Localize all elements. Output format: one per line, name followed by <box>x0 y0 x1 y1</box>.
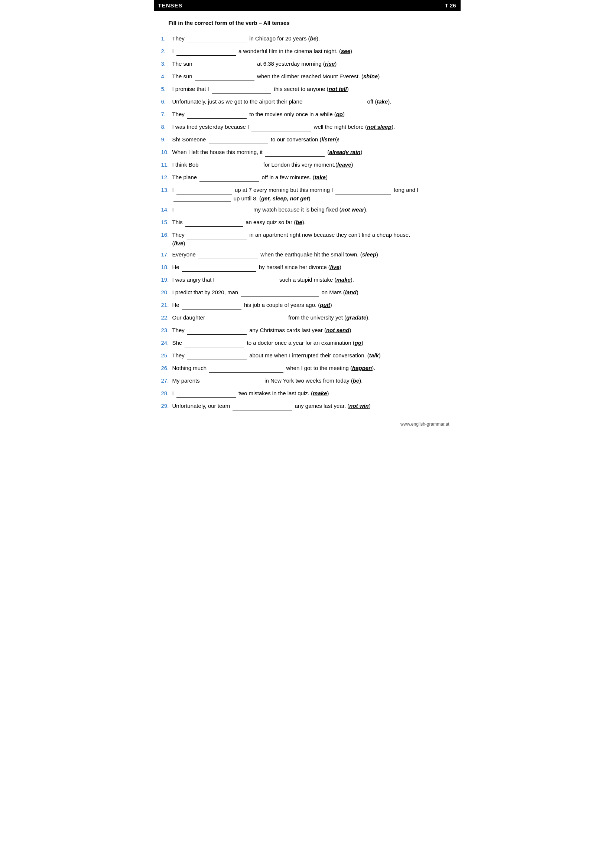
blank-10 <box>265 151 325 157</box>
blank-24 <box>185 342 244 347</box>
list-item: 20. I predict that by 2020, man on Mars … <box>161 288 449 297</box>
subtitle: Fill in the correct form of the verb – A… <box>154 20 460 26</box>
blank-27 <box>202 380 262 385</box>
blank-14 <box>176 209 251 214</box>
blank-29 <box>233 405 292 411</box>
blank-18 <box>182 266 256 272</box>
list-item: 19. I was angry that I such a stupid mis… <box>161 275 449 284</box>
list-item: 28. I two mistakes in the last quiz. (ma… <box>161 389 449 398</box>
header-title: TENSES <box>158 2 183 9</box>
list-item: 7. They to the movies only once in a whi… <box>161 110 449 119</box>
blank-13b <box>336 189 391 194</box>
blank-2 <box>176 50 236 56</box>
list-item: 6. Unfortunately, just as we got to the … <box>161 97 449 106</box>
list-item: 29. Unfortunately, our team any games la… <box>161 401 449 411</box>
list-item: 11. I think Bob for London this very mom… <box>161 160 449 169</box>
list-item: 16. They in an apartment right now becau… <box>161 231 449 246</box>
blank-15 <box>185 221 243 227</box>
blank-3 <box>195 63 255 68</box>
list-item: 15. This an easy quiz so far (be). <box>161 218 449 227</box>
blank-26 <box>209 367 283 373</box>
blank-12 <box>199 176 259 182</box>
blank-4 <box>195 75 255 81</box>
blank-13a <box>176 189 232 194</box>
blank-16 <box>187 234 247 239</box>
blank-13c <box>174 196 231 202</box>
blank-7 <box>187 113 247 119</box>
list-item: 4. The sun when the climber reached Moun… <box>161 72 449 81</box>
blank-20 <box>241 291 319 297</box>
header-page: T 26 <box>445 2 456 9</box>
list-item: 21. He his job a couple of years ago. (q… <box>161 301 449 310</box>
list-item: 14. I my watch because it is being fixed… <box>161 205 449 214</box>
list-item: 9. Sh! Someone to our conversation (list… <box>161 135 449 144</box>
list-item: 1. They in Chicago for 20 years (be). <box>161 34 449 43</box>
blank-19 <box>217 279 277 284</box>
list-item: 26. Nothing much when I got to the meeti… <box>161 364 449 373</box>
list-item: 5. I promise that I this secret to anyon… <box>161 85 449 93</box>
blank-17 <box>198 253 258 259</box>
exercise-list: 1. They in Chicago for 20 years (be). 2.… <box>154 34 460 411</box>
list-item: 25. They about me when I interrupted the… <box>161 351 449 360</box>
blank-11 <box>201 164 261 169</box>
list-item: 23. They any Christmas cards last year (… <box>161 326 449 335</box>
list-item: 10. When I left the house this morning, … <box>161 148 449 157</box>
blank-5 <box>212 88 271 93</box>
list-item: 12. The plane off in a few minutes. (tak… <box>161 173 449 182</box>
website-footer: www.english-grammar.at <box>154 414 460 431</box>
list-item: 22. Our daughter from the university yet… <box>161 313 449 322</box>
blank-22 <box>208 316 286 322</box>
blank-28 <box>176 392 236 398</box>
list-item: 24. She to a doctor once a year for an e… <box>161 338 449 347</box>
list-item: 17. Everyone when the earthquake hit the… <box>161 250 449 259</box>
list-item: 13. I up at 7 every morning but this mor… <box>161 186 449 202</box>
blank-23 <box>187 329 247 335</box>
blank-25 <box>187 354 247 360</box>
blank-21 <box>182 304 241 310</box>
list-item: 8. I was tired yesterday because I well … <box>161 122 449 131</box>
list-item: 3. The sun at 6:38 yesterday morning (ri… <box>161 59 449 68</box>
blank-8 <box>252 126 311 131</box>
list-item: 2. I a wonderful film in the cinema last… <box>161 47 449 56</box>
blank-9 <box>209 138 268 144</box>
list-item: 18. He by herself since her divorce (liv… <box>161 263 449 272</box>
blank-6 <box>305 101 364 106</box>
blank-1 <box>187 37 247 43</box>
header-bar: TENSES T 26 <box>154 0 460 11</box>
list-item: 27. My parents in New York two weeks fro… <box>161 376 449 385</box>
